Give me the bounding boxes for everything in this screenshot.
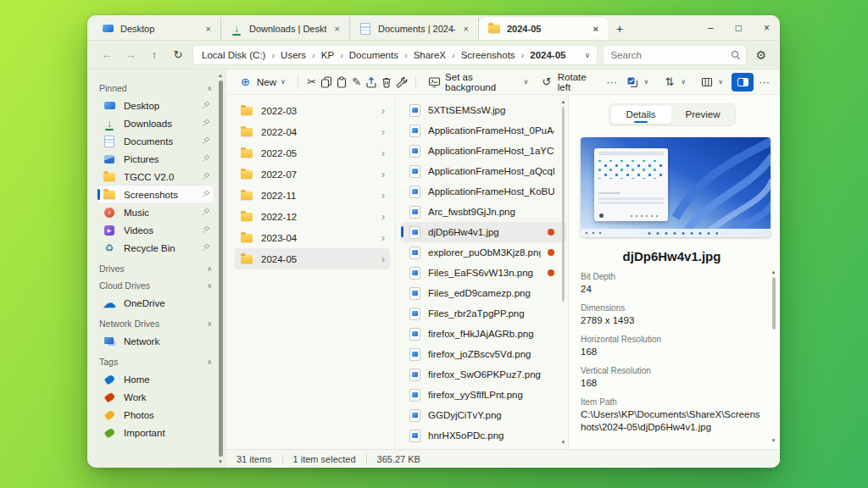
explorer-tab[interactable]: Downloads | Desktop × [221,17,350,40]
cut-icon[interactable]: ✂ [305,75,319,89]
chevron-up-icon[interactable]: ∧ [207,265,212,273]
file-row[interactable]: Files_rbr2aTpgPP.png [401,303,566,324]
scroll-up-icon[interactable]: ▲ [218,72,223,79]
pin-icon[interactable] [202,101,210,111]
close-button[interactable]: × [764,22,770,34]
scrollbar-thumb[interactable] [219,80,223,457]
explorer-tab[interactable]: 2024-05 × [479,17,608,40]
chevron-up-icon[interactable]: ∧ [207,85,212,92]
sidebar-item[interactable]: Screenshots [97,186,214,203]
file-row[interactable]: Files_edD9camezp.png [401,283,566,303]
sidebar-item[interactable]: Downloads [97,114,214,132]
breadcrumb-segment[interactable]: Users [281,50,306,60]
file-row[interactable]: firefox_yySflfLPnt.png [401,385,566,405]
sidebar-section-pinned[interactable]: Pinned ∧ [99,83,212,93]
file-row[interactable]: firefox_fHkJAjAGRb.png [401,324,566,344]
sidebar-item[interactable]: Important [97,424,214,441]
sidebar-item[interactable]: Work [97,388,214,406]
pin-icon[interactable] [202,243,210,253]
pin-icon[interactable] [202,154,210,164]
pane-tab[interactable]: Preview [673,106,733,124]
sidebar-item[interactable]: TGCC V2.0 [97,168,214,186]
folder-row[interactable]: 2022-03 › [235,100,390,121]
new-tab-button[interactable]: + [608,22,632,40]
file-row[interactable]: ApplicationFrameHost_KoBUmsv... [401,181,566,202]
file-row[interactable]: ApplicationFrameHost_0PuA4QQ... [401,120,566,141]
gear-icon[interactable]: ⚙ [752,48,770,62]
search-input[interactable] [610,50,726,60]
folder-row[interactable]: 2022-05 › [235,142,390,164]
maximize-button[interactable]: □ [736,22,742,34]
sort-button[interactable]: ⇅ ∨ [657,72,691,92]
back-icon[interactable]: ← [97,48,116,61]
delete-icon[interactable] [380,75,393,89]
files-scrollbar[interactable]: ▲ ▼ [559,98,567,446]
breadcrumb[interactable]: Local Disk (C:) › Users › KP › Documents… [192,45,598,65]
chevron-up-icon[interactable]: ∧ [207,282,212,290]
tab-close-icon[interactable]: × [461,24,471,34]
sidebar-scrollbar[interactable]: ▲ ▼ [216,72,225,465]
sidebar-section-cloud-drives[interactable]: Cloud Drives ∧ [99,280,212,291]
folder-row[interactable]: 2022-04 › [235,121,390,142]
file-row[interactable]: ApplicationFrameHost_1aYCbz1b... [401,141,566,161]
search-box[interactable] [603,45,747,65]
sidebar-item[interactable]: Photos [97,406,214,424]
chevron-up-icon[interactable]: ∧ [207,320,212,328]
paste-icon[interactable] [335,75,348,89]
rotate-left-button[interactable]: ↺ Rotate left [535,69,604,95]
refresh-icon[interactable]: ↻ [169,48,187,61]
scroll-down-icon[interactable]: ▼ [771,437,776,444]
breadcrumb-segment[interactable]: KP [321,50,334,60]
file-row[interactable]: Arc_fwsbt9GjJn.png [401,202,566,222]
selection-options-button[interactable]: ∨ [620,72,654,92]
sidebar-item[interactable]: Documents [97,132,214,150]
pin-icon[interactable] [202,208,210,218]
details-scrollbar[interactable]: ▲ ▼ [770,269,777,444]
sidebar-item[interactable]: Videos [97,221,214,239]
file-row[interactable]: 5XTtSEMSsW.jpg [401,100,566,120]
chevron-up-icon[interactable]: ∧ [207,358,212,366]
sidebar-item[interactable]: OneDrive [97,294,214,312]
folder-row[interactable]: 2024-05 › [235,248,390,269]
sidebar-item[interactable]: Music [97,203,214,221]
file-row[interactable]: explorer_puObM3Kjz8.png [401,242,566,263]
tab-close-icon[interactable]: × [591,24,601,34]
new-button[interactable]: ⊕ New ∨ [233,72,291,92]
pin-icon[interactable] [202,119,210,129]
pin-icon[interactable] [202,225,210,236]
scroll-down-icon[interactable]: ▼ [561,439,566,446]
scrollbar-thumb[interactable] [772,277,776,330]
folder-row[interactable]: 2022-11 › [235,185,390,206]
image-preview-thumbnail[interactable] [581,137,771,237]
breadcrumb-segment[interactable]: Local Disk (C:) [202,50,265,60]
folder-row[interactable]: 2022-12 › [235,206,390,227]
share-icon[interactable] [365,75,379,89]
folder-row[interactable]: 2023-04 › [235,227,390,248]
file-row[interactable]: firefox_joZBscv5Vd.png [401,344,566,364]
layout-button[interactable]: ∨ [694,72,728,92]
sidebar-section-network-drives[interactable]: Network Drives ∧ [99,319,212,329]
breadcrumb-segment[interactable]: Screenshots [461,50,515,60]
pin-icon[interactable] [202,136,210,147]
details-pane-toggle[interactable] [732,73,754,92]
forward-icon[interactable]: → [121,48,140,61]
up-icon[interactable]: ↑ [145,48,164,61]
explorer-tab[interactable]: Documents | 2024-05 × [350,17,479,40]
file-row[interactable]: djDp6Hw4v1.jpg [401,222,566,242]
more-options-icon[interactable]: ··· [605,75,619,89]
breadcrumb-dropdown-icon[interactable]: ∨ [585,51,591,59]
sidebar-item[interactable]: Home [97,370,214,388]
scrollbar-thumb[interactable] [562,107,565,302]
scroll-down-icon[interactable]: ▼ [218,458,223,465]
sidebar-section-drives[interactable]: Drives ∧ [99,263,212,274]
breadcrumb-segment[interactable]: ShareX [414,50,446,60]
file-row[interactable]: ApplicationFrameHost_aQcqBMG... [401,161,566,181]
file-row[interactable]: hnrHX5oPDc.png [401,425,566,446]
rename-icon[interactable]: ✎ [350,75,364,89]
pin-icon[interactable] [202,190,210,200]
file-row[interactable]: firefox_SwO6PKPuz7.png [401,364,566,385]
breadcrumb-segment[interactable]: 2024-05 [530,50,565,60]
sidebar-item[interactable]: Network [97,332,214,350]
tab-close-icon[interactable]: × [332,24,342,34]
pin-icon[interactable] [202,172,210,182]
